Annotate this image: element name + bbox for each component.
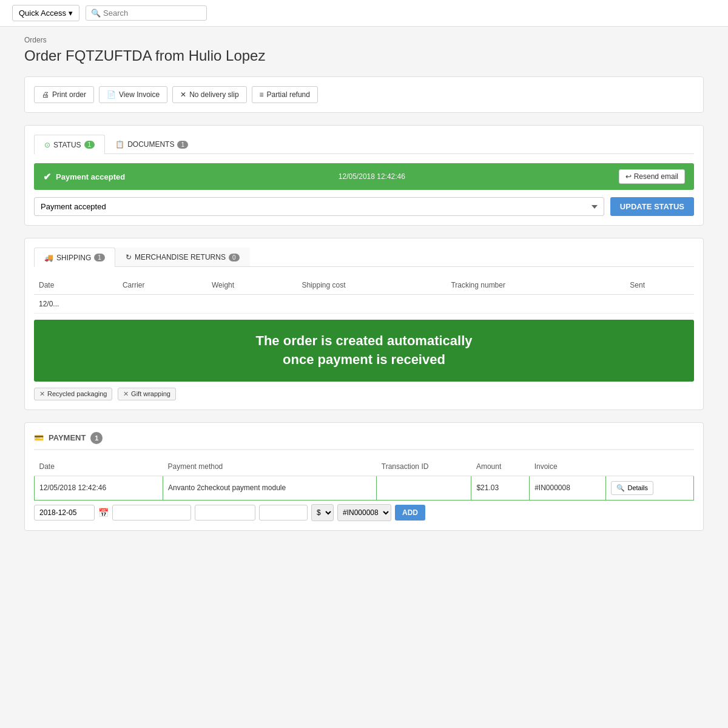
x-icon: ✕: [180, 90, 186, 99]
shipping-weight: [207, 295, 297, 314]
returns-badge: 0: [229, 254, 240, 261]
add-payment-date-input[interactable]: [34, 505, 95, 521]
pay-col-date: Date: [35, 457, 163, 476]
add-payment-txn-input[interactable]: [195, 505, 255, 521]
payment-data-row: 12/05/2018 12:42:46 Anvanto 2checkout pa…: [35, 476, 694, 500]
documents-badge: 1: [177, 141, 188, 149]
clock-icon: ⊙: [44, 141, 50, 149]
status-update-row: Payment acceptedAwaiting check paymentAw…: [34, 197, 694, 216]
refund-icon: ≡: [260, 90, 264, 99]
invoice-select[interactable]: #IN000008: [337, 504, 391, 521]
pay-col-txn: Transaction ID: [377, 457, 471, 476]
table-row: 12/0...: [34, 295, 694, 314]
status-badge: 1: [84, 141, 95, 149]
pay-col-method: Payment method: [163, 457, 377, 476]
tag-x-icon2[interactable]: ✕: [123, 390, 129, 398]
shipping-carrier: [118, 295, 207, 314]
payment-accepted-bar: ✔ Payment accepted 12/05/2018 12:42:46 ↩…: [34, 163, 694, 190]
quick-access-button[interactable]: Quick Access ▾: [12, 5, 79, 21]
no-delivery-slip-button[interactable]: ✕ No delivery slip: [172, 86, 246, 103]
search-icon: 🔍: [616, 484, 625, 492]
pay-date: 12/05/2018 12:42:46: [35, 476, 163, 500]
file-icon: 📄: [107, 90, 116, 99]
pay-invoice: #IN000008: [530, 476, 606, 500]
pay-col-invoice: Invoice: [530, 457, 606, 476]
chevron-down-icon: ▾: [69, 8, 73, 18]
action-buttons-row: 🖨 Print order 📄 View Invoice ✕ No delive…: [34, 86, 694, 103]
pay-txn: [377, 476, 471, 500]
add-payment-button[interactable]: ADD: [395, 505, 425, 521]
pay-col-action: [606, 457, 694, 476]
shipping-badge: 1: [94, 254, 105, 261]
add-payment-amount-input[interactable]: [259, 505, 308, 521]
gift-wrapping-tag[interactable]: ✕ Gift wrapping: [118, 388, 176, 400]
payment-header: 💳 PAYMENT 1: [34, 432, 694, 450]
shipping-tab-bar: 🚚 SHIPPING 1 ↻ MERCHANDISE RETURNS 0: [34, 248, 694, 267]
order-created-banner: The order is created automatically once …: [34, 320, 694, 382]
breadcrumb: Orders: [24, 36, 704, 44]
shipping-card: 🚚 SHIPPING 1 ↻ MERCHANDISE RETURNS 0 Dat…: [24, 238, 704, 410]
search-bar: 🔍: [86, 5, 207, 21]
add-payment-row: 📅 $ #IN000008 ADD: [34, 504, 694, 521]
printer-icon: 🖨: [42, 90, 49, 99]
tab-status[interactable]: ⊙ STATUS 1: [34, 135, 105, 154]
col-date: Date: [34, 276, 118, 295]
status-text: ✔ Payment accepted: [43, 171, 125, 183]
shipping-sent: [625, 295, 694, 314]
tab-documents[interactable]: 📋 DOCUMENTS 1: [105, 135, 198, 153]
calendar-icon[interactable]: 📅: [98, 508, 109, 517]
update-status-button[interactable]: UPDATE STATUS: [610, 197, 694, 216]
check-icon: ✔: [43, 171, 51, 183]
add-payment-method-input[interactable]: [112, 505, 191, 521]
payment-card: 💳 PAYMENT 1 Date Payment method Transact…: [24, 422, 704, 531]
print-order-button[interactable]: 🖨 Print order: [34, 86, 94, 103]
col-weight: Weight: [207, 276, 297, 295]
tab-shipping[interactable]: 🚚 SHIPPING 1: [34, 248, 115, 267]
status-tab-bar: ⊙ STATUS 1 📋 DOCUMENTS 1: [34, 135, 694, 154]
reply-icon: ↩: [625, 172, 632, 181]
shipping-tracking: [446, 295, 625, 314]
status-card: ⊙ STATUS 1 📋 DOCUMENTS 1 ✔ Payment accep…: [24, 125, 704, 226]
top-bar: Quick Access ▾ 🔍: [0, 0, 728, 27]
partial-refund-button[interactable]: ≡ Partial refund: [252, 86, 318, 103]
status-dropdown[interactable]: Payment acceptedAwaiting check paymentAw…: [34, 197, 604, 216]
status-timestamp: 12/05/2018 12:42:46: [339, 172, 405, 181]
tags-row: ✕ Recycled packaging ✕ Gift wrapping: [34, 388, 694, 400]
view-invoice-button[interactable]: 📄 View Invoice: [99, 86, 167, 103]
col-carrier: Carrier: [118, 276, 207, 295]
details-button[interactable]: 🔍 Details: [611, 481, 653, 495]
page-title: Order FQTZUFTDA from Hulio Lopez: [24, 47, 704, 64]
shipping-table: Date Carrier Weight Shipping cost Tracki…: [34, 276, 694, 314]
pay-details-cell: 🔍 Details: [606, 476, 694, 500]
shipping-date: 12/0...: [34, 295, 118, 314]
recycled-packaging-tag[interactable]: ✕ Recycled packaging: [34, 388, 112, 400]
document-icon: 📋: [115, 140, 124, 149]
pay-amount: $21.03: [471, 476, 530, 500]
resend-email-button[interactable]: ↩ Resend email: [619, 169, 685, 184]
page-content: Orders Order FQTZUFTDA from Hulio Lopez …: [0, 27, 728, 552]
currency-select[interactable]: $: [311, 504, 334, 521]
tab-merchandise-returns[interactable]: ↻ MERCHANDISE RETURNS 0: [115, 248, 250, 266]
payment-icon: 💳: [34, 433, 44, 442]
pay-col-amount: Amount: [471, 457, 530, 476]
quick-access-label: Quick Access: [19, 8, 66, 18]
search-icon: 🔍: [91, 8, 101, 18]
truck-icon: 🚚: [44, 254, 53, 262]
payment-badge: 1: [90, 432, 103, 444]
tag-x-icon[interactable]: ✕: [39, 390, 45, 398]
col-tracking: Tracking number: [446, 276, 625, 295]
payment-table: Date Payment method Transaction ID Amoun…: [34, 457, 694, 500]
shipping-cost: [297, 295, 446, 314]
col-sent: Sent: [625, 276, 694, 295]
action-buttons-card: 🖨 Print order 📄 View Invoice ✕ No delive…: [24, 76, 704, 113]
search-input[interactable]: [103, 8, 201, 18]
returns-icon: ↻: [126, 253, 132, 261]
col-shipping-cost: Shipping cost: [297, 276, 446, 295]
pay-method: Anvanto 2checkout payment module: [163, 476, 377, 500]
